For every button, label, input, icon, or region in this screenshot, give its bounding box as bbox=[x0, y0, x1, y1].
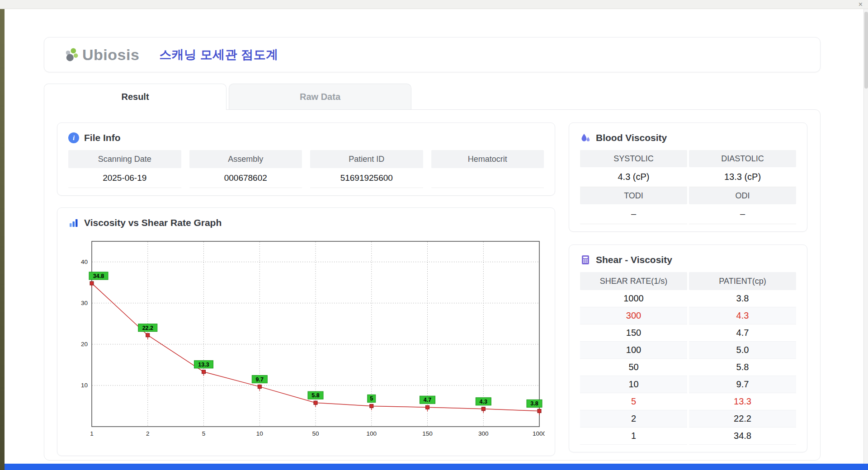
file-info-field-assembly: Assembly000678602 bbox=[189, 150, 302, 188]
shear-rate-cell: 1 bbox=[580, 428, 687, 445]
left-column: i File Info Scanning Date2025-06-19Assem… bbox=[57, 122, 555, 453]
header: Ubiosis 스캐닝 모세관 점도계 bbox=[44, 37, 821, 72]
right-column: Blood Viscosity SYSTOLICDIASTOLIC4.3 (cP… bbox=[569, 122, 807, 453]
svg-text:5: 5 bbox=[370, 395, 373, 402]
file-info-card: i File Info Scanning Date2025-06-19Assem… bbox=[57, 122, 555, 196]
svg-text:1000: 1000 bbox=[533, 430, 545, 437]
svg-text:22.2: 22.2 bbox=[142, 325, 153, 331]
field-label: Patient ID bbox=[310, 150, 423, 168]
svg-text:13.3: 13.3 bbox=[198, 362, 209, 368]
bv-header-row: SYSTOLICDIASTOLIC bbox=[580, 150, 796, 167]
shear-rate-cell: 2 bbox=[580, 410, 687, 428]
bv-header-cell: ODI bbox=[689, 187, 796, 204]
field-value: 51691925600 bbox=[310, 168, 423, 188]
shear-rate-cell: 10 bbox=[580, 376, 687, 393]
bv-value-row: –– bbox=[580, 204, 796, 224]
bar-chart-icon bbox=[68, 217, 79, 228]
patient-viscosity-cell: 5.0 bbox=[689, 342, 796, 359]
page-title: 스캐닝 모세관 점도계 bbox=[159, 47, 278, 63]
screen: × Ubiosis 스캐닝 모세관 점도계 Result bbox=[0, 0, 868, 470]
ubiosis-logo: Ubiosis bbox=[63, 46, 139, 64]
svg-text:10: 10 bbox=[81, 382, 88, 389]
shear-rate-cell: 1000 bbox=[580, 290, 687, 307]
data-point-marker bbox=[538, 409, 541, 413]
data-point-marker bbox=[426, 405, 429, 409]
shear-table-row: 513.3 bbox=[580, 393, 796, 410]
data-point-marker bbox=[481, 407, 485, 411]
tab-bar: Result Raw Data bbox=[44, 84, 821, 109]
patient-viscosity-cell: 3.8 bbox=[689, 290, 796, 307]
shear-table-body: 10003.83004.31504.71005.0505.8109.7513.3… bbox=[580, 290, 796, 445]
svg-text:50: 50 bbox=[312, 430, 319, 437]
svg-text:34.8: 34.8 bbox=[93, 273, 104, 279]
svg-text:100: 100 bbox=[367, 430, 377, 437]
shear-table-row: 222.2 bbox=[580, 410, 796, 428]
content-panel: i File Info Scanning Date2025-06-19Assem… bbox=[44, 109, 821, 461]
field-label: Assembly bbox=[189, 150, 302, 168]
bv-header-cell: TODI bbox=[580, 187, 687, 204]
svg-text:10: 10 bbox=[256, 430, 263, 437]
svg-text:40: 40 bbox=[81, 258, 88, 265]
svg-text:4.7: 4.7 bbox=[424, 397, 431, 403]
blood-viscosity-title-row: Blood Viscosity bbox=[580, 130, 796, 146]
shear-rate-cell: 50 bbox=[580, 359, 687, 376]
svg-text:30: 30 bbox=[81, 300, 88, 306]
svg-text:2: 2 bbox=[146, 430, 150, 437]
shear-table-row: 505.8 bbox=[580, 359, 796, 376]
bv-value-cell: 4.3 (cP) bbox=[580, 167, 687, 187]
blood-viscosity-card: Blood Viscosity SYSTOLICDIASTOLIC4.3 (cP… bbox=[569, 122, 807, 232]
data-point-marker bbox=[258, 385, 261, 389]
shear-table-row: 109.7 bbox=[580, 376, 796, 393]
scrollbar[interactable] bbox=[863, 9, 868, 464]
file-info-title-row: i File Info bbox=[68, 130, 544, 146]
shear-column-header: PATIENT(cp) bbox=[689, 272, 796, 290]
patient-viscosity-cell: 4.3 bbox=[689, 307, 796, 324]
tab-result[interactable]: Result bbox=[44, 84, 226, 110]
shear-viscosity-title: Shear - Viscosity bbox=[596, 254, 672, 265]
field-label: Hematocrit bbox=[431, 150, 544, 168]
scrollbar-thumb[interactable] bbox=[864, 12, 868, 89]
data-point-marker bbox=[146, 334, 150, 337]
field-value: 000678602 bbox=[189, 168, 302, 188]
tab-raw-data[interactable]: Raw Data bbox=[229, 84, 411, 109]
file-info-field-hematocrit: Hematocrit bbox=[431, 150, 544, 188]
patient-viscosity-cell: 22.2 bbox=[689, 410, 796, 428]
svg-text:5: 5 bbox=[202, 430, 206, 437]
file-info-fields: Scanning Date2025-06-19Assembly000678602… bbox=[68, 150, 544, 188]
logo-dots-icon bbox=[63, 47, 80, 62]
svg-text:9.7: 9.7 bbox=[256, 376, 264, 383]
patient-viscosity-cell: 5.8 bbox=[689, 359, 796, 376]
graph-title: Viscosity vs Shear Rate Graph bbox=[84, 217, 222, 228]
window-top-bar: × bbox=[0, 0, 868, 9]
patient-viscosity-cell: 9.7 bbox=[689, 376, 796, 393]
chart-container: 102030401251050100150300100034.822.213.3… bbox=[68, 235, 544, 448]
water-drops-icon bbox=[580, 132, 591, 143]
patient-viscosity-cell: 34.8 bbox=[689, 428, 796, 445]
svg-text:150: 150 bbox=[422, 430, 433, 437]
shear-viscosity-title-row: Shear - Viscosity bbox=[580, 252, 796, 268]
shear-table-row: 134.8 bbox=[580, 428, 796, 445]
bv-value-cell: – bbox=[689, 204, 796, 224]
shear-table-header: SHEAR RATE(1/s)PATIENT(cp) bbox=[580, 272, 796, 290]
shear-table-row: 10003.8 bbox=[580, 290, 796, 307]
svg-text:3.8: 3.8 bbox=[530, 400, 538, 407]
viscosity-chart: 102030401251050100150300100034.822.213.3… bbox=[68, 235, 545, 446]
data-point-marker bbox=[370, 404, 373, 408]
shear-table-row: 1005.0 bbox=[580, 342, 796, 359]
blood-viscosity-title: Blood Viscosity bbox=[596, 132, 667, 143]
main-panel: Ubiosis 스캐닝 모세관 점도계 Result Raw Data i Fi… bbox=[5, 9, 860, 464]
blood-viscosity-table: SYSTOLICDIASTOLIC4.3 (cP)13.3 (cP)TODIOD… bbox=[580, 150, 796, 224]
data-point-marker bbox=[314, 401, 317, 404]
svg-text:300: 300 bbox=[478, 430, 489, 437]
close-icon[interactable]: × bbox=[859, 0, 863, 9]
file-info-field-scanning-date: Scanning Date2025-06-19 bbox=[68, 150, 181, 188]
graph-title-row: Viscosity vs Shear Rate Graph bbox=[68, 215, 544, 230]
shear-column-header: SHEAR RATE(1/s) bbox=[580, 272, 687, 290]
file-info-field-patient-id: Patient ID51691925600 bbox=[310, 150, 423, 188]
shear-rate-cell: 300 bbox=[580, 307, 687, 324]
data-point-marker bbox=[90, 282, 94, 285]
shear-rate-cell: 100 bbox=[580, 342, 687, 359]
svg-text:5.8: 5.8 bbox=[311, 392, 319, 399]
info-icon: i bbox=[68, 132, 79, 143]
patient-viscosity-cell: 13.3 bbox=[689, 393, 796, 410]
